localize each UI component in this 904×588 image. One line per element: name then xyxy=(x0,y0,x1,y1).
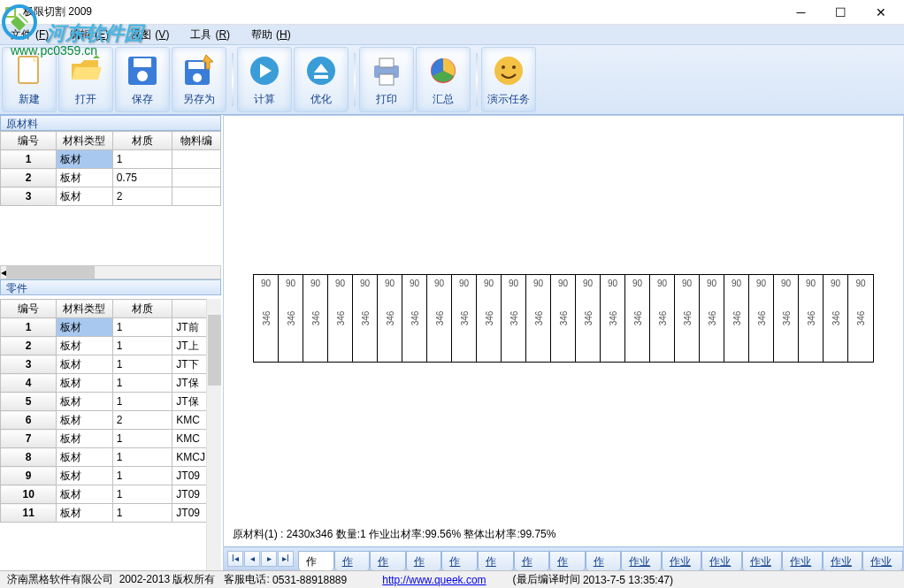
cut-piece: 90346 xyxy=(303,275,328,362)
svg-rect-5 xyxy=(134,58,151,67)
cut-piece: 90346 xyxy=(551,275,576,362)
close-button[interactable]: ✕ xyxy=(861,0,900,25)
col-header[interactable]: 材料类型 xyxy=(57,300,112,318)
optimize-button[interactable]: 优化 xyxy=(294,47,349,112)
calc-button[interactable]: 计算 xyxy=(237,47,292,112)
cut-piece: 90346 xyxy=(328,275,353,362)
status-copyright: 2002-2013 版权所有 xyxy=(119,572,216,587)
layout-info: 原材料(1) : 2430x346 数量:1 作业出材率:99.56% 整体出材… xyxy=(233,527,894,543)
toolbar-separator xyxy=(476,53,478,106)
cut-piece: 90346 xyxy=(749,275,774,362)
table-row[interactable]: 4板材1JT保 xyxy=(1,374,221,393)
table-row[interactable]: 2 板材 0.75 xyxy=(1,169,221,187)
table-row[interactable]: 10板材1JT09 xyxy=(1,485,221,504)
tab-last-button[interactable]: ▸I xyxy=(278,551,294,567)
status-company: 济南黑格软件有限公司 xyxy=(7,572,113,587)
raw-hscrollbar[interactable]: ◂ xyxy=(0,265,221,279)
job-tab-strip: I◂ ◂ ▸ ▸I 作业1作业2作业3作业4作业5作业6作业7作业8作业9作业1… xyxy=(224,546,903,569)
cut-piece: 90346 xyxy=(427,275,452,362)
toolbar-separator xyxy=(354,53,356,106)
table-row[interactable]: 1板材1JT前 xyxy=(1,318,221,337)
menu-file[interactable]: 文件(F) xyxy=(4,26,52,44)
save-button[interactable]: 保存 xyxy=(115,47,170,112)
table-row[interactable]: 3 板材 2 xyxy=(1,187,221,206)
job-tab[interactable]: 作业3 xyxy=(370,551,406,570)
cut-piece: 90346 xyxy=(601,275,625,362)
parts-table[interactable]: 编号 材料类型 材质 1板材1JT前2板材1JT上3板材1JT下4板材1JT保5… xyxy=(0,299,221,523)
col-header[interactable]: 编号 xyxy=(1,132,57,150)
col-header[interactable]: 材料类型 xyxy=(57,132,112,150)
job-tab[interactable]: 作业10 xyxy=(621,551,662,570)
table-row[interactable]: 11板材1JT09 xyxy=(1,504,221,523)
cut-piece: 90346 xyxy=(378,275,402,362)
job-tab[interactable]: 作业14 xyxy=(782,551,823,570)
job-tab[interactable]: 作业2 xyxy=(334,551,371,570)
toolbar-separator xyxy=(232,53,234,106)
summary-button[interactable]: 汇总 xyxy=(416,47,471,112)
table-row[interactable]: 9板材1JT09 xyxy=(1,467,221,485)
table-row[interactable]: 8板材1KMCJ xyxy=(1,448,221,467)
raw-table-container: 编号 材料类型 材质 物料编 1 板材 1 2 板材 0.75 3 板材 2 xyxy=(0,131,221,265)
table-row[interactable]: 7板材1KMC xyxy=(1,430,221,448)
table-row[interactable]: 3板材1JT下 xyxy=(1,355,221,374)
new-icon xyxy=(11,53,47,88)
minimize-button[interactable]: ─ xyxy=(781,0,821,25)
raw-table[interactable]: 编号 材料类型 材质 物料编 1 板材 1 2 板材 0.75 3 板材 2 xyxy=(0,131,221,206)
titlebar: 极限切割 2009 ─ ☐ ✕ xyxy=(0,0,904,25)
menu-view[interactable]: 视图(V) xyxy=(123,26,172,44)
cut-canvas[interactable]: 9034690346903469034690346903469034690346… xyxy=(224,116,903,520)
left-panel: 原材料 编号 材料类型 材质 物料编 1 板材 1 2 板材 0.75 3 xyxy=(0,115,221,570)
job-tab[interactable]: 作业5 xyxy=(441,551,478,570)
job-tab[interactable]: 作业15 xyxy=(823,551,863,570)
svg-rect-2 xyxy=(7,9,14,16)
saveas-button[interactable]: 另存为 xyxy=(172,47,226,112)
tab-next-button[interactable]: ▸ xyxy=(261,551,277,567)
menu-edit[interactable]: 编辑(E) xyxy=(63,26,112,44)
job-tab[interactable]: 作业1 xyxy=(298,551,334,570)
cut-piece: 90346 xyxy=(526,275,551,362)
svg-point-9 xyxy=(193,73,202,82)
status-compile-label: (最后编译时间 xyxy=(513,572,580,587)
cut-piece: 90346 xyxy=(824,275,848,362)
saveas-icon xyxy=(181,53,217,88)
cut-piece: 90346 xyxy=(675,275,700,362)
table-row[interactable]: 1 板材 1 xyxy=(1,150,221,169)
job-tab[interactable]: 作业8 xyxy=(549,551,586,570)
menu-tools[interactable]: 工具(R) xyxy=(183,26,234,44)
cut-piece: 90346 xyxy=(452,275,477,362)
tab-first-button[interactable]: I◂ xyxy=(227,551,243,567)
col-header[interactable]: 材质 xyxy=(112,132,172,150)
open-button[interactable]: 打开 xyxy=(58,47,113,112)
job-tab[interactable]: 作业7 xyxy=(514,551,550,570)
window-title: 极限切割 2009 xyxy=(23,4,781,19)
cut-piece: 90346 xyxy=(848,275,873,362)
job-tab[interactable]: 作业13 xyxy=(742,551,783,570)
col-header[interactable]: 物料编 xyxy=(172,132,221,150)
job-tab[interactable]: 作业16 xyxy=(862,551,903,570)
svg-point-18 xyxy=(502,65,505,69)
new-button[interactable]: 新建 xyxy=(2,47,57,112)
table-row[interactable]: 6板材2KMC xyxy=(1,411,221,430)
job-tab[interactable]: 作业12 xyxy=(701,551,742,570)
table-row[interactable]: 2板材1JT上 xyxy=(1,337,221,355)
print-button[interactable]: 打印 xyxy=(359,47,414,112)
smiley-icon xyxy=(491,53,526,88)
col-header[interactable]: 材质 xyxy=(112,300,172,318)
cut-piece: 90346 xyxy=(279,275,303,362)
save-icon xyxy=(125,53,160,88)
tab-prev-button[interactable]: ◂ xyxy=(244,551,260,567)
play-icon xyxy=(247,53,282,88)
menu-help[interactable]: 帮助(H) xyxy=(244,26,295,44)
col-header[interactable]: 编号 xyxy=(1,300,57,318)
demo-button[interactable]: 演示任务 xyxy=(481,47,536,112)
job-tab[interactable]: 作业9 xyxy=(586,551,622,570)
canvas-area: 9034690346903469034690346903469034690346… xyxy=(223,115,904,570)
job-tab[interactable]: 作业4 xyxy=(406,551,442,570)
parts-vscrollbar[interactable] xyxy=(206,299,221,570)
job-tab[interactable]: 作业11 xyxy=(662,551,702,570)
maximize-button[interactable]: ☐ xyxy=(821,0,861,25)
job-tab[interactable]: 作业6 xyxy=(478,551,514,570)
status-url[interactable]: http://www.queek.com xyxy=(382,574,486,586)
table-row[interactable]: 5板材1JT保 xyxy=(1,393,221,411)
cut-piece: 90346 xyxy=(724,275,749,362)
